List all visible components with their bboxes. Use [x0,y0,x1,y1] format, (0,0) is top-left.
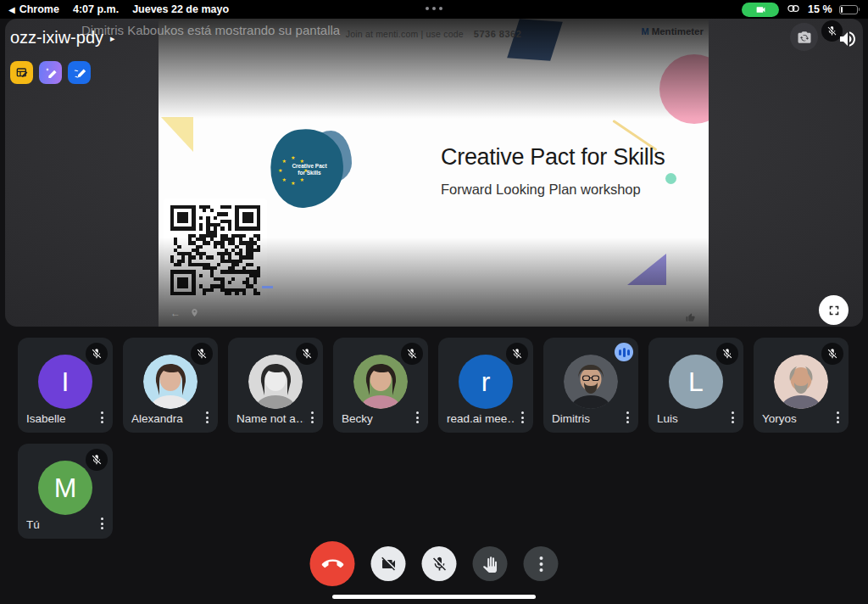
status-date: Jueves 22 de mayo [132,3,229,15]
participant-tile[interactable]: IIsabelle [18,338,113,433]
shared-screen-stage: Join at menti.com | use code5736 8362 M … [5,19,863,327]
chevron-right-icon: ▸ [110,33,115,44]
avatar: L [669,355,723,409]
camera-off-button[interactable] [371,546,406,581]
participant-name: read.ai mee… [447,412,515,425]
back-to-app-link[interactable]: ◀ Chrome [8,3,59,15]
raise-hand-button[interactable] [473,546,508,581]
more-vert-icon [539,556,542,572]
speaker-icon [837,29,858,49]
eu-star-icon: ★ [291,181,295,186]
participant-menu-button[interactable] [625,410,631,425]
mic-off-icon [431,556,448,573]
deco-parallelogram [507,19,563,61]
smart-pen-button[interactable] [39,61,62,84]
participant-tile[interactable]: Dimitris [543,338,638,433]
scribble-pen-icon [73,66,86,80]
speaking-indicator [615,343,633,361]
deco-purple-triangle [627,254,666,285]
avatar [353,355,408,409]
participants-row-1: IIsabelleAlexandraName not a…Beckyrread.… [18,338,849,433]
participant-menu-button[interactable] [99,410,105,425]
end-call-button[interactable] [310,541,355,586]
logo-label: Creative Pactfor Skills [286,163,333,177]
participant-name: Becky [342,412,373,425]
battery-icon [839,5,860,14]
mentimeter-mark-icon: M [641,26,648,36]
qr-code [164,199,267,302]
participant-name: Tú [26,518,40,531]
board-annotation-button[interactable] [10,61,33,84]
fullscreen-button[interactable] [819,295,849,325]
mic-muted-icon [86,343,108,365]
board-pen-icon [15,66,29,80]
home-indicator[interactable] [332,595,536,599]
next-slide-icon: → [209,307,219,319]
thumb-up-icon [686,310,695,326]
more-options-button[interactable] [524,546,559,581]
menti-nav-controls: ← → [170,305,219,321]
participant-menu-button[interactable] [835,410,841,425]
participant-menu-button[interactable] [204,410,210,425]
presenting-toast: Dimitris Kaboukos está mostrando su pant… [81,23,340,37]
mic-muted-icon [191,343,213,365]
mic-off-button[interactable] [422,546,457,581]
participant-menu-button[interactable] [520,410,526,425]
avatar: I [38,355,92,409]
participant-name: Luis [657,412,678,425]
shared-presentation[interactable]: Join at menti.com | use code5736 8362 M … [159,19,709,327]
mic-muted-icon [296,343,318,365]
mentimeter-logo: M Mentimeter [641,26,704,36]
participant-menu-button[interactable] [415,410,420,425]
mic-muted-icon [401,343,423,365]
mic-muted-icon [716,343,738,365]
participant-tile[interactable]: LLuis [648,338,743,433]
meet-app: ◀ Chrome 4:07 p.m. Jueves 22 de mayo 15 … [0,0,868,604]
participant-tile[interactable]: MTú [18,444,113,539]
participant-menu-button[interactable] [309,410,315,425]
presenter-cursor [262,286,273,288]
presentation-title: Creative Pact for Skills [441,144,665,171]
speaker-button[interactable] [837,29,858,53]
call-end-icon [321,553,343,575]
meeting-code[interactable]: ozz-ixiw-pdy ▸ [10,28,115,48]
switch-camera-icon [797,30,812,45]
participant-menu-button[interactable] [99,516,105,531]
participant-menu-button[interactable] [730,410,736,425]
battery-percent: 15 % [808,3,832,15]
participant-tile[interactable]: Becky [333,338,428,433]
scribble-pen-button[interactable] [68,61,91,84]
participant-tile[interactable]: Alexandra [123,338,218,433]
multitasking-dots[interactable] [426,7,442,10]
participant-name: Name not a… [236,412,304,425]
mic-muted-icon [86,449,108,471]
eu-star-icon: ★ [281,177,286,182]
fullscreen-icon [826,303,842,318]
participants-row-2: MTú [18,444,113,539]
raise-hand-icon [481,556,498,573]
presentation-subtitle: Forward Looking Plan workshop [441,182,641,198]
participant-tile[interactable]: rread.ai mee… [438,338,533,433]
eu-star-icon: ★ [291,155,295,160]
mic-muted-icon [506,343,528,365]
participant-tile[interactable]: Name not a… [228,338,323,433]
participant-name: Yoryos [762,412,797,425]
hotspot-icon [786,3,801,16]
switch-camera-button[interactable] [790,23,818,51]
deco-yellow-triangle [161,117,193,152]
menti-code: 5736 8362 [474,29,522,39]
location-pin-icon [190,305,199,321]
participant-tile[interactable]: Yoryos [754,338,849,433]
back-app-label: Chrome [19,3,59,15]
deco-pink-circle [659,54,709,124]
mic-muted-icon [821,343,843,365]
status-time: 4:07 p.m. [73,3,119,15]
avatar [774,355,828,409]
status-bar: ◀ Chrome 4:07 p.m. Jueves 22 de mayo 15 … [0,0,868,19]
eu-star-icon: ★ [300,177,304,182]
avatar [143,355,198,409]
eu-star-icon: ★ [278,168,282,173]
prev-slide-icon: ← [170,307,181,319]
avatar: r [459,355,513,409]
creative-pact-logo: ★★★★★★★★ Creative Pactfor Skills [270,127,364,216]
